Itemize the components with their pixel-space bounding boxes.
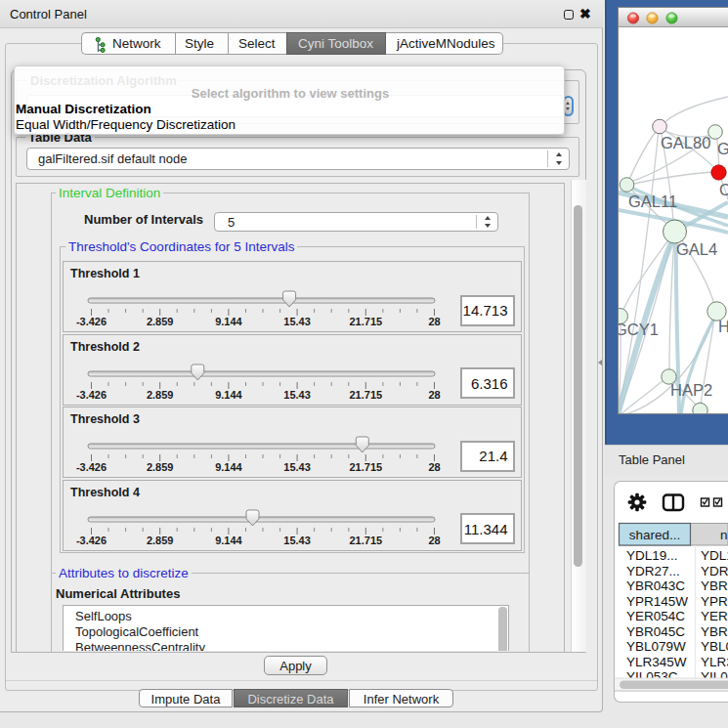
svg-text:9.144: 9.144 <box>215 461 242 473</box>
svg-text:28: 28 <box>428 316 440 327</box>
svg-text:-3.426: -3.426 <box>76 316 107 327</box>
svg-text:YBR043C: YBR043C <box>626 578 685 593</box>
svg-text:2.859: 2.859 <box>147 388 174 400</box>
svg-text:GAL4: GAL4 <box>676 240 717 258</box>
svg-text:YDR27...: YDR27... <box>626 564 680 578</box>
svg-text:15.43: 15.43 <box>283 316 311 327</box>
svg-text:21.715: 21.715 <box>349 388 382 400</box>
svg-text:21.715: 21.715 <box>349 534 382 545</box>
svg-text:shared...: shared... <box>629 528 681 542</box>
svg-text:GA: GA <box>717 140 728 157</box>
svg-text:YPR145W: YPR145W <box>626 594 688 609</box>
svg-text:21.715: 21.715 <box>349 461 382 473</box>
svg-text:9.144: 9.144 <box>215 316 242 327</box>
svg-text:9.144: 9.144 <box>215 388 242 400</box>
svg-text:2.859: 2.859 <box>147 461 174 473</box>
svg-text:YPR145W: YPR145W <box>701 594 728 609</box>
svg-text:GAL11: GAL11 <box>628 193 677 210</box>
svg-text:YBR045C: YBR045C <box>701 624 728 639</box>
svg-text:GCY1: GCY1 <box>619 321 659 338</box>
svg-text:HAP2: HAP2 <box>670 381 712 399</box>
svg-text:GAL80: GAL80 <box>661 134 710 151</box>
svg-text:YBR043C: YBR043C <box>701 578 728 593</box>
svg-text:28: 28 <box>428 388 440 400</box>
svg-text:YBR045C: YBR045C <box>626 624 685 639</box>
svg-text:-3.426: -3.426 <box>76 461 107 473</box>
svg-text:YDL19: YDL19 <box>701 548 728 563</box>
svg-text:15.43: 15.43 <box>283 388 311 400</box>
svg-text:9.144: 9.144 <box>215 534 242 545</box>
svg-text:2.859: 2.859 <box>147 534 174 545</box>
svg-text:YBL079W: YBL079W <box>626 639 686 654</box>
svg-text:YER054C: YER054C <box>626 609 685 623</box>
svg-text:YER054C: YER054C <box>701 609 728 623</box>
svg-text:YDL19...: YDL19... <box>626 548 678 563</box>
svg-text:n: n <box>720 528 728 542</box>
svg-text:YDR27: YDR27 <box>701 564 728 578</box>
svg-text:YBL079W: YBL079W <box>701 639 728 654</box>
svg-text:-3.426: -3.426 <box>76 534 107 545</box>
svg-text:28: 28 <box>428 534 440 545</box>
svg-text:YLR345W: YLR345W <box>626 655 687 669</box>
svg-text:C: C <box>719 181 728 198</box>
svg-text:15.43: 15.43 <box>283 461 311 473</box>
svg-text:2.859: 2.859 <box>147 316 174 327</box>
svg-text:YLR345W: YLR345W <box>701 655 728 669</box>
svg-text:28: 28 <box>428 461 440 473</box>
svg-text:21.715: 21.715 <box>349 316 382 327</box>
svg-text:-3.426: -3.426 <box>76 388 107 400</box>
svg-text:H: H <box>718 318 728 335</box>
svg-text:15.43: 15.43 <box>283 534 311 545</box>
